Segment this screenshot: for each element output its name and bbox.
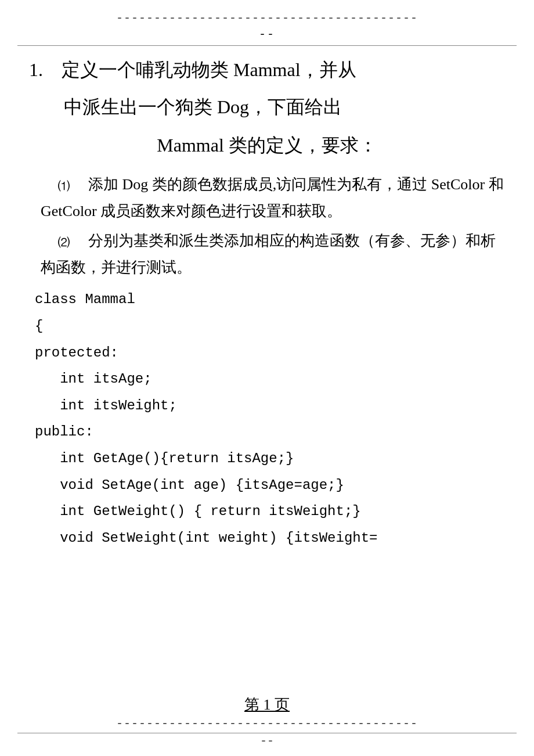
question-text-line3: Mammal 类的定义，要求：: [29, 129, 505, 163]
question-heading: 1. 定义一个哺乳动物类 Mammal，并从: [29, 54, 505, 85]
code-line-5: public:: [35, 419, 505, 445]
code-block: class Mammal { protected: int itsAge; in…: [29, 286, 505, 551]
sub-item-1-num: ⑴: [41, 179, 70, 192]
sub-item-2: ⑵ 分别为基类和派生类添加相应的构造函数（有参、无参）和析构函数，并进行测试。: [29, 228, 505, 280]
main-content: 1. 定义一个哺乳动物类 Mammal，并从 中派生出一个狗类 Dog，下面给出…: [0, 48, 534, 563]
sub-item-2-text: 分别为基类和派生类添加相应的构造函数（有参、无参）和析构函数，并进行测试。: [41, 232, 496, 276]
code-line-7: void SetAge(int age) {itsAge=age;}: [35, 472, 505, 499]
code-line-0: class Mammal: [35, 286, 505, 313]
code-line-2: protected:: [35, 340, 505, 366]
code-line-4: int itsWeight;: [35, 393, 505, 419]
footer-double-dash: --: [0, 733, 534, 751]
question-text-line2: 中派生出一个狗类 Dog，下面给出: [29, 91, 505, 123]
top-decoration: ----------------------------------------…: [0, 0, 534, 43]
sub-item-1-text: 添加 Dog 类的颜色数据成员,访问属性为私有，通过 SetColor 和 Ge…: [41, 176, 504, 219]
question-text-line1: 定义一个哺乳动物类 Mammal，并从: [62, 59, 356, 80]
sub-item-2-num: ⑵: [41, 236, 70, 249]
code-line-1: {: [35, 313, 505, 340]
footer-page-label: 第 1 页: [0, 690, 534, 716]
code-line-6: int GetAge(){return itsAge;}: [35, 445, 505, 472]
top-dash-line2: --: [0, 27, 534, 43]
code-line-9: void SetWeight(int weight) {itsWeight=: [35, 525, 505, 552]
page-container: ----------------------------------------…: [0, 0, 534, 756]
top-separator: [17, 45, 517, 46]
code-line-3: int itsAge;: [35, 366, 505, 393]
top-dash-line1: ----------------------------------------: [0, 10, 534, 27]
page-footer: 第 1 页 ----------------------------------…: [0, 690, 534, 756]
sub-item-1: ⑴ 添加 Dog 类的颜色数据成员,访问属性为私有，通过 SetColor 和 …: [29, 171, 505, 224]
question-number: 1.: [29, 59, 43, 80]
footer-dashes: ----------------------------------------: [0, 716, 534, 730]
code-line-8: int GetWeight() { return itsWeight;}: [35, 498, 505, 525]
